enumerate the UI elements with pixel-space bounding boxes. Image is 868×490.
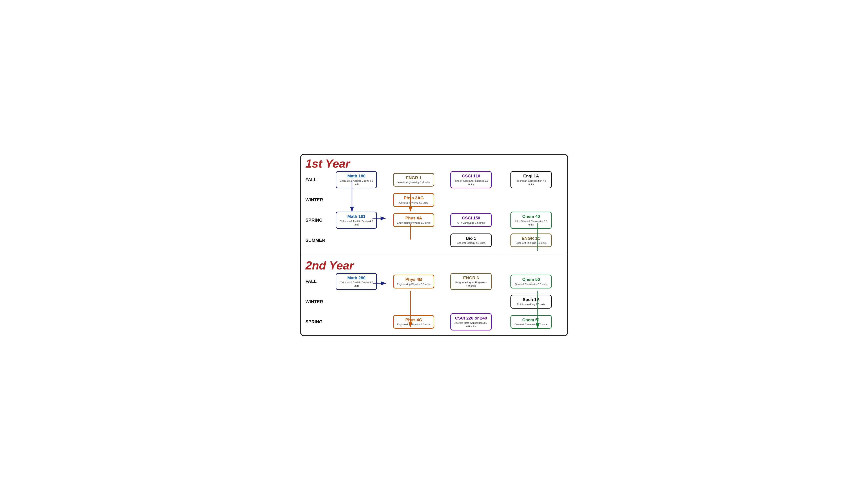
winter-label-y1: WINTER [306,197,328,202]
phys4c-title: Phys 4C [396,318,431,323]
chem40-box: Chem 40 Intro General Chemestry 5.0 unit… [510,211,552,229]
phys4b-desc: Engineering Physics 5.0 units [396,283,431,286]
bio1-desc: General Biology 4.0 units [453,241,489,245]
y2-winter-mid-col [442,294,500,310]
y2-spring-csci-col: CSCI 220 or 240 Discrete Math Applicatio… [442,312,500,332]
year1-layout: 1st Year FALL Math 180 Calculus & Analit… [301,154,567,253]
winter-label-y2: WINTER [306,299,328,304]
engr6-title: ENGR 6 [453,276,489,281]
engr1c-box: ENGR 1C Engr Crit Thinking 3.0 units [510,233,552,247]
winter-cols-y1: Phys 2AG General Physics 4.0 units [328,192,563,208]
bio1-box: Bio 1 General Biology 4.0 units [451,233,492,247]
chem50-desc: General Chemestry 5.0 units [513,283,549,286]
csci110-box: CSCI 110 Fund of Computer Science 3.0 un… [451,171,492,189]
winter-math-col [328,192,385,208]
winter-csci-col [442,192,500,208]
csci220-box: CSCI 220 or 240 Discrete Math Applicatio… [451,313,492,330]
summer-row-year1: SUMMER Bio 1 General Biology 4.0 units E… [306,231,563,249]
winter-row-year2: WINTER Spch 1A Public speaking 4.0 units [306,293,563,311]
y2-fall-chem-col: Chem 50 General Chemestry 5.0 units [500,272,563,291]
spring-row-year1: SPRING Math 181 Calculus & Analitic Geom… [306,211,563,230]
math180-desc: Calculus & Analitic Geom 4.0 units [339,179,374,186]
y2-fall-math-col: Math 280 Calculus & Analitic Geom 5.0 un… [328,272,385,291]
winter-right-col [500,192,563,208]
spch1a-desc: Public speaking 4.0 units [513,303,549,306]
phys2ag-title: Phys 2AG [396,196,431,201]
engr6-desc: Programming for Engineers 4.0 units [453,281,489,288]
summer-phys-col [385,233,442,248]
csci150-desc: C++ Language 3.5 units [453,221,489,225]
y2-spring-chem-col: Chem 51 General Chemestry 5.0 units [500,312,563,332]
fall-csci-col: CSCI 110 Fund of Computer Science 3.0 un… [442,170,500,189]
csci150-box: CSCI 150 C++ Language 3.5 units [451,213,492,227]
y2-winter-phys-col [385,294,442,310]
chem51-box: Chem 51 General Chemestry 5.0 units [510,315,552,329]
math181-desc: Calculus & Analitic Geom 4.0 units [339,220,374,226]
fall-math-col: Math 180 Calculus & Analitic Geom 4.0 un… [328,170,385,189]
winter-phys-col: Phys 2AG General Physics 4.0 units [385,192,442,208]
year1-label: 1st Year [306,158,563,169]
spch1a-box: Spch 1A Public speaking 4.0 units [510,295,552,309]
y2-spring-math-col [328,312,385,332]
year2-layout: 2nd Year FALL Math 280 Calculus & Analit… [301,257,567,336]
year-divider [301,255,567,255]
fall-row-year1: FALL Math 180 Calculus & Analitic Geom 4… [306,170,563,189]
summer-math-col [328,233,385,248]
y2-spring-phys-col: Phys 4C Engineering Physics 5.0 units [385,312,442,332]
spring-label-y2: SPRING [306,319,328,324]
summer-right-col: ENGR 1C Engr Crit Thinking 3.0 units [500,233,563,248]
spch1a-title: Spch 1A [513,297,549,302]
winter-row-year1: WINTER Phys 2AG General Physics 4.0 unit… [306,191,563,209]
y2-fall-phys-col: Phys 4B Engineering Physics 5.0 units [385,272,442,291]
chem40-desc: Intro General Chemestry 5.0 units [513,220,549,226]
spring-csci-col: CSCI 150 C++ Language 3.5 units [442,211,500,230]
math180-box: Math 180 Calculus & Analitic Geom 4.0 un… [336,171,377,189]
fall-cols-y1: Math 180 Calculus & Analitic Geom 4.0 un… [328,170,563,189]
fall-right-col: Engl 1A Freshman Composition 4.0 units [500,170,563,189]
year2-label: 2nd Year [306,260,563,271]
fall-cols-y2: Math 280 Calculus & Analitic Geom 5.0 un… [328,272,563,291]
engr6-box: ENGR 6 Programming for Engineers 4.0 uni… [451,273,492,290]
spring-cols-y2: Phys 4C Engineering Physics 5.0 units CS… [328,312,563,332]
chem50-box: Chem 50 General Chemestry 5.0 units [510,275,552,288]
engr1-box: ENGR 1 Intro to engineering 2.0 units [393,173,434,187]
csci110-title: CSCI 110 [453,174,489,179]
phys2ag-box: Phys 2AG General Physics 4.0 units [393,193,434,207]
math280-title: Math 280 [339,276,374,281]
phys4b-title: Phys 4B [396,277,431,282]
summer-label-y1: SUMMER [306,238,328,243]
main-container: 1st Year FALL Math 180 Calculus & Analit… [300,154,568,336]
year2-section: 2nd Year FALL Math 280 Calculus & Analit… [301,257,567,336]
math181-title: Math 181 [339,214,374,219]
spring-label-y1: SPRING [306,218,328,223]
math280-box: Math 280 Calculus & Analitic Geom 5.0 un… [336,273,377,290]
spring-phys-col: Phys 4A Engineering Physics 5.0 units [385,211,442,230]
engl1a-box: Engl 1A Freshman Composition 4.0 units [510,171,552,189]
phys4b-box: Phys 4B Engineering Physics 5.0 units [393,275,434,288]
engr1c-desc: Engr Crit Thinking 3.0 units [513,241,549,245]
spring-right-col: Chem 40 Intro General Chemestry 5.0 unit… [500,211,563,230]
fall-engr-col: ENGR 1 Intro to engineering 2.0 units [385,170,442,189]
year1-section: 1st Year FALL Math 180 Calculus & Analit… [301,154,567,253]
phys4c-desc: Engineering Physics 5.0 units [396,323,431,326]
engl1a-desc: Freshman Composition 4.0 units [513,179,549,186]
chem51-title: Chem 51 [513,318,549,323]
phys2ag-desc: General Physics 4.0 units [396,201,431,204]
fall-row-year2: FALL Math 280 Calculus & Analitic Geom 5… [306,272,563,291]
engr1-title: ENGR 1 [396,175,431,180]
chem51-desc: General Chemestry 5.0 units [513,323,549,326]
phys4a-title: Phys 4A [396,215,431,221]
y2-winter-math-col [328,294,385,310]
csci150-title: CSCI 150 [453,215,489,221]
spring-row-year2: SPRING Phys 4C Engineering Physics 5.0 u… [306,312,563,332]
bio1-title: Bio 1 [453,236,489,241]
phys4a-desc: Engineering Physics 5.0 units [396,221,431,225]
summer-bio-col: Bio 1 General Biology 4.0 units [442,233,500,248]
math280-desc: Calculus & Analitic Geom 5.0 units [339,281,374,288]
phys4a-box: Phys 4A Engineering Physics 5.0 units [393,213,434,227]
chem50-title: Chem 50 [513,277,549,282]
math181-box: Math 181 Calculus & Analitic Geom 4.0 un… [336,211,377,229]
csci110-desc: Fund of Computer Science 3.0 units [453,179,489,186]
math180-title: Math 180 [339,174,374,179]
spring-math-col: Math 181 Calculus & Analitic Geom 4.0 un… [328,211,385,230]
